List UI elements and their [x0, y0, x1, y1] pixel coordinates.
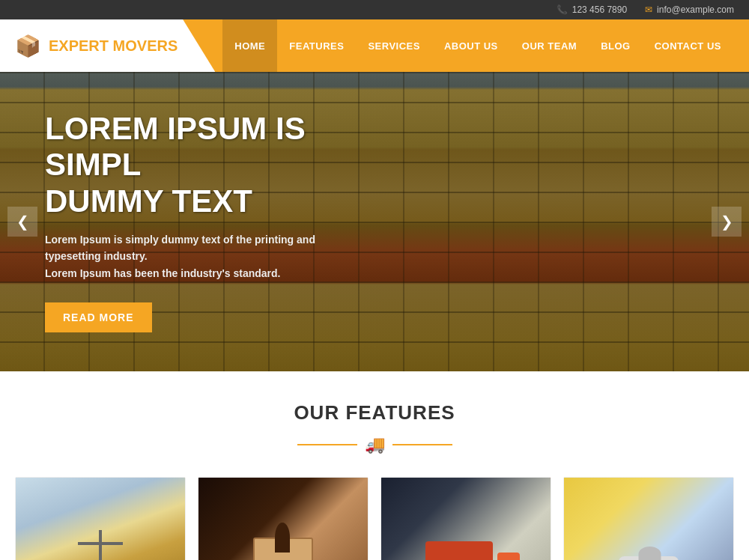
- nav-services[interactable]: SERVICES: [356, 19, 432, 72]
- feature-image-1: [16, 478, 185, 560]
- top-bar: 📞 123 456 7890 ✉ info@example.com: [0, 0, 749, 19]
- phone-info: 📞 123 456 7890: [557, 4, 627, 15]
- feature-image-3: [381, 478, 551, 560]
- nav-home[interactable]: HOME: [222, 19, 277, 72]
- features-grid: FEATURE TITLE 1 Lorem ipsum dolor sit am…: [15, 477, 734, 560]
- hero-next-button[interactable]: ❯: [712, 207, 742, 237]
- read-more-button[interactable]: READ MORE: [45, 302, 152, 332]
- email-info: ✉ info@example.com: [645, 4, 734, 15]
- feature-card-1: FEATURE TITLE 1 Lorem ipsum dolor sit am…: [15, 477, 186, 560]
- hero-prev-button[interactable]: ❮: [7, 207, 37, 237]
- feature-card-4: FEATURE TITLE 4 Lorem ipsum dolor sit am…: [563, 477, 734, 560]
- nav-about[interactable]: ABOUT US: [432, 19, 510, 72]
- nav-features[interactable]: FEATURES: [277, 19, 356, 72]
- feature-image-4: [564, 478, 733, 560]
- phone-number: 123 456 7890: [572, 4, 627, 15]
- features-section: OUR FEATURES 🚚 FEATURE TITLE 1 Lorem ips…: [0, 371, 749, 560]
- hero-title: LOREM IPSUM IS SIMPL DUMMY TEXT: [45, 111, 367, 219]
- main-nav: HOME FEATURES SERVICES ABOUT US OUR TEAM…: [215, 19, 749, 72]
- arrow-left-icon: ❮: [16, 213, 29, 231]
- nav-team[interactable]: OUR TEAM: [510, 19, 589, 72]
- feature-image-2: [198, 478, 368, 560]
- nav-contact[interactable]: CONTACT US: [643, 19, 733, 72]
- divider-line-right: [392, 444, 452, 445]
- header: 📦 EXPERT MOVERS HOME FEATURES SERVICES A…: [0, 19, 749, 72]
- email-icon: ✉: [645, 4, 652, 15]
- nav-blog[interactable]: BLOG: [589, 19, 643, 72]
- arrow-right-icon: ❯: [721, 213, 733, 231]
- features-divider: 🚚: [15, 435, 734, 454]
- hero-subtitle: Lorem Ipsum is simply dummy text of the …: [45, 231, 367, 281]
- logo-text: EXPERT MOVERS: [49, 37, 178, 55]
- phone-icon: 📞: [557, 4, 568, 15]
- logo-icon: 📦: [15, 34, 41, 58]
- email-address: info@example.com: [657, 4, 734, 15]
- feature-card-2: FEATURE TITLE 2 Lorem ipsum dolor sit am…: [198, 477, 369, 560]
- truck-icon: 🚚: [365, 435, 385, 454]
- features-title: OUR FEATURES: [15, 401, 734, 424]
- feature-card-3: FEATURE TITLE 3 Lorem ipsum dolor sit am…: [380, 477, 551, 560]
- logo-area: 📦 EXPERT MOVERS: [0, 19, 215, 72]
- hero-content: LOREM IPSUM IS SIMPL DUMMY TEXT Lorem Ip…: [0, 111, 412, 332]
- hero-section: ❮ LOREM IPSUM IS SIMPL DUMMY TEXT Lorem …: [0, 72, 749, 371]
- divider-line-left: [297, 444, 357, 445]
